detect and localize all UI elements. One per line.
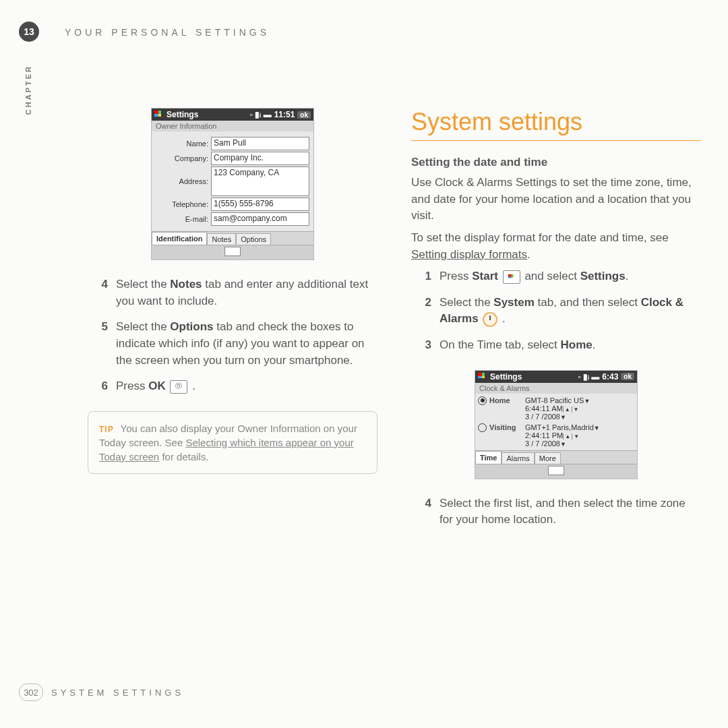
clock-time: 11:51: [274, 110, 295, 119]
ss-title: Settings: [490, 372, 522, 382]
telephone-label: Telephone:: [156, 200, 208, 208]
rstep-2: Select the System tab, and then select C…: [439, 295, 701, 328]
page-number: 302: [19, 684, 43, 701]
address-label: Address:: [156, 177, 208, 185]
intro-para-1: Use Clock & Alarms Settings to set the t…: [411, 175, 701, 224]
tab-notes[interactable]: Notes: [207, 233, 236, 245]
chapter-label: CHAPTER: [24, 65, 32, 115]
ss-subtitle: Clock & Alarms: [475, 383, 637, 394]
subsection-heading: Setting the date and time: [411, 156, 701, 169]
tab-alarms[interactable]: Alarms: [502, 452, 534, 464]
tab-time[interactable]: Time: [475, 451, 502, 464]
ss-subtitle: Owner Information: [152, 121, 313, 131]
start-key-icon: [503, 270, 520, 284]
tab-more[interactable]: More: [535, 452, 561, 464]
clock-alarms-screenshot: Settings ▫ ▮ᵢ ▬ 6:43 ok Clock & Alarms H…: [475, 370, 638, 479]
page-header-title: YOUR PERSONAL SETTINGS: [65, 27, 270, 38]
visit-time[interactable]: 2:44:11 PM▲▼: [525, 431, 634, 439]
tip-label: TIP: [99, 425, 114, 434]
keyboard-icon[interactable]: [548, 466, 564, 475]
rstep-4: Select the first list, and then select t…: [439, 495, 701, 528]
display-formats-link[interactable]: Setting display formats: [411, 248, 527, 261]
step-6: Press OK ⓞ .: [116, 378, 377, 395]
home-radio[interactable]: [478, 396, 487, 405]
telephone-field[interactable]: 1(555) 555-8796: [211, 198, 309, 211]
rstep-3: On the Time tab, select Home.: [439, 337, 701, 354]
step-num-5: 5: [88, 319, 116, 369]
clock-alarms-icon: [483, 312, 497, 327]
home-time[interactable]: 6:44:11 AM▲▼: [525, 404, 634, 413]
ss-title: Settings: [166, 110, 198, 119]
company-label: Company:: [156, 154, 208, 162]
rstep-num-4: 4: [411, 495, 439, 528]
company-field[interactable]: Company Inc.: [211, 152, 309, 165]
section-heading: System settings: [411, 108, 701, 141]
name-label: Name:: [156, 140, 208, 148]
windows-flag-icon: [478, 373, 487, 381]
rstep-num-1: 1: [411, 268, 439, 285]
windows-flag-icon: [154, 111, 164, 119]
tip-box: TIP You can also display your Owner Info…: [88, 411, 377, 474]
chapter-badge: 13: [19, 22, 39, 42]
footer-title: SYSTEM SETTINGS: [51, 688, 184, 698]
visiting-label: Visiting: [489, 423, 516, 431]
home-timezone[interactable]: GMT-8 Pacific US▼: [525, 396, 634, 404]
owner-info-screenshot: Settings ▫ ▮ᵢ ▬ 11:51 ok Owner Informati…: [151, 108, 314, 260]
tab-options[interactable]: Options: [236, 233, 271, 245]
visit-date[interactable]: 3 / 7 /2008▼: [525, 439, 634, 448]
rstep-1: Press Start and select Settings.: [439, 268, 701, 285]
email-field[interactable]: sam@company.com: [211, 212, 309, 226]
signal-icon: ▫ ▮ᵢ ▬: [578, 372, 599, 382]
intro-para-2: To set the display format for the date a…: [411, 230, 701, 263]
address-field[interactable]: 123 Company, CA: [211, 166, 309, 196]
clock-time: 6:43: [602, 372, 618, 382]
step-num-6: 6: [88, 378, 116, 395]
signal-icon: ▫ ▮ᵢ ▬: [250, 110, 272, 119]
ok-button[interactable]: ok: [621, 373, 634, 380]
rstep-num-3: 3: [411, 337, 439, 354]
ok-button[interactable]: ok: [297, 111, 311, 119]
email-label: E-mail:: [156, 215, 208, 223]
keyboard-icon[interactable]: [224, 247, 241, 256]
step-4: Select the Notes tab and enter any addit…: [116, 276, 377, 309]
right-column: System settings Setting the date and tim…: [411, 108, 701, 545]
ok-key-icon: ⓞ: [170, 380, 187, 394]
home-date[interactable]: 3 / 7 /2008▼: [525, 413, 634, 421]
home-label: Home: [489, 396, 510, 404]
step-num-4: 4: [88, 276, 116, 309]
left-column: Settings ▫ ▮ᵢ ▬ 11:51 ok Owner Informati…: [88, 108, 377, 545]
visit-timezone[interactable]: GMT+1 Paris,Madrid▼: [525, 423, 634, 431]
rstep-num-2: 2: [411, 295, 439, 328]
visiting-radio[interactable]: [478, 423, 487, 432]
tab-identification[interactable]: Identification: [152, 232, 207, 245]
name-field[interactable]: Sam Pull: [211, 137, 309, 150]
step-5: Select the Options tab and check the box…: [116, 319, 377, 369]
